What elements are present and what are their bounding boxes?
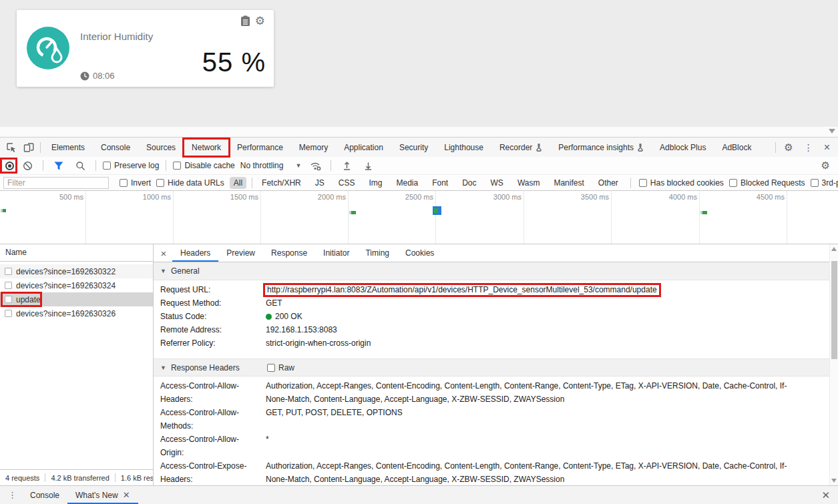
filter-type-font[interactable]: Font: [428, 177, 452, 189]
scroll-down-arrow[interactable]: [831, 479, 837, 483]
request-method-value: GET: [266, 296, 838, 310]
drawer-tab-close-icon[interactable]: ✕: [123, 490, 130, 500]
response-header-row: Access-Control-Allow-Headers: Authorizat…: [154, 379, 838, 406]
page-scroll-down-arrow[interactable]: [829, 129, 835, 134]
tab-elements[interactable]: Elements: [43, 138, 93, 157]
tab-memory[interactable]: Memory: [291, 138, 336, 157]
network-filter-bar: Invert Hide data URLs All Fetch/XHR JS C…: [0, 174, 838, 191]
widget-settings-gear-icon[interactable]: ⚙: [255, 15, 265, 27]
request-row[interactable]: devices?since=1692630326: [0, 306, 153, 320]
triangle-down-icon: ▼: [160, 364, 166, 371]
tab-response[interactable]: Response: [263, 244, 315, 262]
request-icon: [5, 310, 12, 317]
tab-preview[interactable]: Preview: [218, 244, 263, 262]
network-status-bar: 4 requests 4.2 kB transferred 1.6 kB res…: [0, 469, 153, 485]
export-har-icon[interactable]: [359, 157, 377, 174]
response-headers-section: Access-Control-Allow-Headers: Authorizat…: [154, 376, 838, 485]
inspect-element-icon[interactable]: [3, 138, 20, 157]
filter-funnel-icon[interactable]: [50, 157, 67, 174]
details-scrollbar[interactable]: [829, 244, 838, 485]
filter-type-manifest[interactable]: Manifest: [550, 177, 588, 189]
drawer-tab-whats-new[interactable]: What's New ✕: [67, 486, 138, 504]
scrollbar-thumb[interactable]: [831, 261, 837, 359]
waterfall-mark-selected: [433, 206, 441, 215]
tab-cookies[interactable]: Cookies: [397, 244, 442, 262]
network-conditions-icon[interactable]: [306, 157, 324, 174]
tab-security[interactable]: Security: [391, 138, 436, 157]
filter-type-fetch-xhr[interactable]: Fetch/XHR: [258, 177, 305, 189]
drawer-close-icon[interactable]: ✕: [821, 489, 835, 501]
tab-lighthouse[interactable]: Lighthouse: [436, 138, 491, 157]
waterfall-mark: [1, 209, 6, 212]
scroll-up-arrow[interactable]: [831, 247, 837, 251]
disable-cache-checkbox[interactable]: Disable cache: [173, 161, 234, 170]
tab-initiator[interactable]: Initiator: [315, 244, 357, 262]
search-icon[interactable]: [71, 157, 89, 174]
preserve-log-checkbox[interactable]: Preserve log: [103, 161, 159, 170]
devtools-menu-kebab-icon[interactable]: ⋮: [799, 138, 819, 157]
tab-console[interactable]: Console: [93, 138, 138, 157]
invert-checkbox[interactable]: Invert: [120, 178, 151, 188]
timeline-tick: 500 ms: [59, 193, 83, 201]
network-settings-gear-icon[interactable]: ⚙: [816, 157, 834, 174]
record-network-log-button[interactable]: [4, 160, 15, 171]
checkbox: [103, 162, 111, 170]
hide-data-urls-checkbox[interactable]: Hide data URLs: [156, 178, 224, 188]
tab-application[interactable]: Application: [336, 138, 391, 157]
request-row-selected[interactable]: update: [0, 292, 153, 306]
request-row[interactable]: devices?since=1692630324: [0, 278, 153, 292]
resources-size: 1.6 kB resources: [121, 474, 153, 482]
filter-type-doc[interactable]: Doc: [458, 177, 480, 189]
response-header-row: Access-Control-Expose-Headers: Authoriza…: [154, 459, 838, 485]
tab-performance-insights[interactable]: Performance insights: [550, 138, 652, 157]
filter-input[interactable]: [3, 177, 109, 189]
raw-checkbox[interactable]: Raw: [267, 363, 294, 372]
tab-adblock[interactable]: AdBlock: [714, 138, 759, 157]
third-party-requests-checkbox[interactable]: 3rd-party requests: [811, 178, 838, 188]
event-log-icon[interactable]: [240, 15, 250, 27]
tab-recorder[interactable]: Recorder: [491, 138, 550, 157]
filter-type-all[interactable]: All: [230, 177, 246, 189]
tab-timing[interactable]: Timing: [357, 244, 397, 262]
drawer-menu-kebab-icon[interactable]: ⋮: [3, 490, 22, 500]
filter-type-img[interactable]: Img: [365, 177, 386, 189]
filter-type-media[interactable]: Media: [392, 177, 422, 189]
devtools-settings-gear-icon[interactable]: ⚙: [779, 138, 798, 157]
page-scrollbar-strip: [0, 127, 838, 137]
tab-performance[interactable]: Performance: [229, 138, 291, 157]
throttling-select[interactable]: No throttling ▼: [239, 161, 303, 170]
filter-type-ws[interactable]: WS: [487, 177, 507, 189]
timeline-tick: 2500 ms: [405, 193, 433, 201]
general-row: Request URL: http://raspberrypi4.lan:808…: [154, 283, 838, 296]
has-blocked-cookies-checkbox[interactable]: Has blocked cookies: [639, 178, 724, 188]
request-row[interactable]: devices?since=1692630322: [0, 264, 153, 278]
tab-network[interactable]: Network: [184, 138, 229, 157]
filter-type-js[interactable]: JS: [311, 177, 329, 189]
import-har-icon[interactable]: [338, 157, 355, 174]
devtools-close-icon[interactable]: ×: [819, 138, 835, 157]
request-list-name-header[interactable]: Name: [0, 244, 153, 262]
checkbox: [156, 179, 164, 187]
header-value: Authorization, Accept-Ranges, Content-En…: [266, 379, 838, 406]
header-key: Status Code:: [160, 310, 266, 323]
blocked-requests-checkbox[interactable]: Blocked Requests: [729, 178, 805, 188]
filter-type-css[interactable]: CSS: [335, 177, 359, 189]
details-close-icon[interactable]: ×: [155, 244, 172, 262]
widget-value: 55 %: [202, 47, 266, 77]
widget-time-value: 08:06: [93, 71, 115, 81]
network-timeline-overview[interactable]: 500 ms 1000 ms 1500 ms 2000 ms 2500 ms 3…: [0, 191, 838, 244]
general-section-header[interactable]: ▼ General: [154, 262, 838, 280]
header-key: Request Method:: [160, 296, 266, 310]
device-toolbar-icon[interactable]: [20, 138, 37, 157]
tab-headers[interactable]: Headers: [172, 244, 218, 262]
chevron-down-icon: ▼: [295, 162, 301, 169]
tab-adblock-plus[interactable]: Adblock Plus: [652, 138, 714, 157]
response-headers-section-header[interactable]: ▼ Response Headers Raw: [154, 358, 838, 376]
filter-type-other[interactable]: Other: [594, 177, 622, 189]
clear-network-log-icon[interactable]: [19, 157, 36, 174]
timeline-tick: 4000 ms: [669, 193, 697, 201]
checkbox: [639, 179, 647, 187]
filter-type-wasm[interactable]: Wasm: [513, 177, 544, 189]
drawer-tab-console[interactable]: Console: [22, 486, 67, 504]
tab-sources[interactable]: Sources: [138, 138, 184, 157]
